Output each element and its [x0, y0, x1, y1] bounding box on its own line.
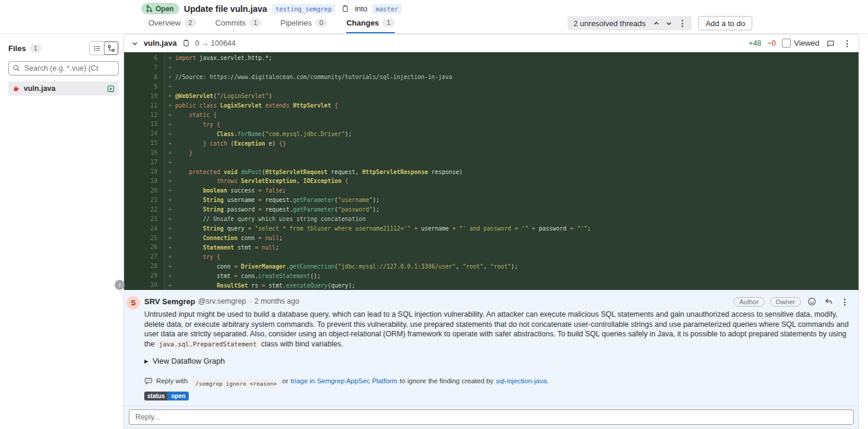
line-number[interactable]: 21: [124, 195, 165, 205]
reply-hint-suffix: .: [547, 377, 549, 384]
tree-view-button[interactable]: [104, 42, 118, 55]
line-number[interactable]: 30: [124, 280, 165, 290]
line-number[interactable]: 11: [124, 101, 165, 111]
add-todo-button[interactable]: Add a to do: [698, 16, 752, 30]
added-line-sign: +: [165, 93, 175, 99]
source-branch-chip[interactable]: testing_semgrep: [272, 4, 335, 14]
code-text: // Unsafe query which uses string concat…: [175, 216, 366, 222]
author-handle[interactable]: @srv.semgrep: [198, 297, 246, 305]
author-name[interactable]: SRV Semgrep: [144, 297, 195, 306]
line-number[interactable]: 27: [124, 252, 165, 261]
diff-file-name[interactable]: vuln.java: [144, 39, 177, 48]
file-options-button[interactable]: ⋮: [842, 39, 853, 48]
line-number[interactable]: 7: [124, 63, 165, 72]
chevron-down-icon: [131, 40, 138, 47]
add-reaction-button[interactable]: [806, 296, 818, 307]
diff-line: 19+ throws ServletException, IOException…: [124, 176, 859, 186]
line-number[interactable]: 29: [124, 271, 165, 280]
added-line-sign: +: [165, 131, 175, 137]
tab-overview[interactable]: Overview2: [148, 15, 197, 33]
code-text: throws ServletException, IOException {: [175, 178, 349, 184]
expand-lines-button[interactable]: ↕: [115, 280, 125, 290]
clipboard-icon: [341, 5, 349, 12]
rule-link[interactable]: sql-injection-java: [496, 377, 547, 384]
dataflow-graph-toggle[interactable]: ▶ View Dataflow Graph: [144, 357, 850, 365]
merge-request-icon: [145, 5, 153, 12]
tab-pipelines[interactable]: Pipelines0: [280, 15, 327, 33]
kebab-icon: ⋮: [843, 40, 851, 47]
diff-line: 11+public class LoginServlet extends Htt…: [124, 101, 859, 111]
diff-line: 12+ static {: [124, 111, 859, 120]
mr-state-label: Open: [156, 5, 174, 13]
line-number[interactable]: 10: [124, 92, 165, 101]
line-number[interactable]: 28: [124, 261, 165, 271]
file-browser-sidebar: Files 1: [0, 34, 123, 429]
line-number[interactable]: 17: [124, 157, 165, 167]
diff-file-card: vuln.java 0 → 100644 +48 −0 Viewed: [123, 34, 859, 429]
collapse-file-button[interactable]: [130, 39, 140, 48]
tab-commits[interactable]: Commits1: [216, 15, 262, 33]
viewed-checkbox[interactable]: [782, 39, 791, 48]
tab-count-badge: 1: [382, 18, 394, 27]
code-text: protected void doPost(HttpServletRequest…: [175, 169, 462, 175]
added-lines-count: +48: [749, 39, 761, 48]
next-thread-button[interactable]: [663, 18, 675, 29]
note-timestamp[interactable]: 2 months ago: [254, 297, 299, 305]
triage-platform-link[interactable]: triage in Semgrep AppSec Platform: [291, 377, 398, 384]
added-line-sign: +: [165, 282, 175, 289]
line-number[interactable]: 22: [124, 205, 165, 214]
line-number[interactable]: 23: [124, 214, 165, 224]
author-role-badge: Author: [733, 297, 764, 307]
file-comment-button[interactable]: [825, 38, 836, 49]
tab-count-badge: 2: [184, 18, 196, 27]
code-text: Connection conn = null;: [175, 235, 283, 241]
kebab-icon: ⋮: [841, 298, 849, 305]
diff-line: 26+ Statement stmt = null;: [124, 242, 859, 252]
reply-input[interactable]: [129, 409, 854, 425]
threads-menu-button[interactable]: ⋮: [675, 18, 689, 29]
added-line-sign: +: [165, 112, 175, 118]
line-number[interactable]: 18: [124, 167, 165, 176]
added-line-sign: +: [165, 64, 175, 71]
viewed-toggle[interactable]: Viewed: [782, 39, 819, 48]
line-number[interactable]: 19: [124, 176, 165, 186]
note: S SRV Semgrep @srv.semgrep · 2 months ag…: [126, 296, 850, 400]
copy-path-button[interactable]: [181, 38, 191, 48]
line-number[interactable]: 15: [124, 138, 165, 148]
copy-branch-button[interactable]: [340, 4, 350, 14]
tab-count-badge: 0: [315, 18, 327, 27]
file-mode-change: 0 → 100644: [195, 39, 236, 48]
line-number[interactable]: 9: [124, 82, 165, 92]
reply-button[interactable]: [823, 296, 834, 307]
line-number[interactable]: 14: [124, 129, 165, 138]
added-line-sign: +: [165, 216, 175, 222]
tab-changes[interactable]: Changes1: [346, 15, 394, 33]
line-number[interactable]: 16: [124, 148, 165, 157]
added-line-sign: +: [165, 254, 175, 260]
line-number[interactable]: 12: [124, 111, 165, 120]
list-view-button[interactable]: [90, 42, 104, 55]
avatar[interactable]: S: [126, 296, 140, 310]
previous-thread-button[interactable]: [650, 18, 663, 29]
diff-line: 22+ String password = request.getParamet…: [124, 205, 859, 214]
diff-line: 7+: [124, 63, 859, 72]
target-branch-chip[interactable]: master: [372, 4, 402, 14]
mr-title: Update file vuln.java: [184, 4, 267, 14]
smiley-icon: [807, 297, 816, 306]
line-number[interactable]: 26: [124, 242, 165, 252]
line-number[interactable]: 24: [124, 224, 165, 234]
into-label: into: [355, 4, 368, 13]
diff-file-header: vuln.java 0 → 100644 +48 −0 Viewed: [124, 34, 859, 52]
note-options-button[interactable]: ⋮: [840, 297, 850, 307]
line-number[interactable]: 20: [124, 186, 165, 195]
line-number[interactable]: 13: [124, 119, 165, 129]
code-text: public class LoginServlet extends HttpSe…: [175, 102, 338, 109]
expand-icon: ↕: [118, 282, 121, 288]
file-search-input[interactable]: [8, 61, 119, 75]
line-number[interactable]: 6: [124, 53, 165, 63]
tab-label: Changes: [346, 18, 379, 27]
line-number[interactable]: 8: [124, 72, 165, 82]
line-number[interactable]: 25: [124, 234, 165, 243]
file-tree-item[interactable]: vuln.java: [8, 81, 119, 96]
dataflow-graph-label: View Dataflow Graph: [153, 357, 225, 365]
